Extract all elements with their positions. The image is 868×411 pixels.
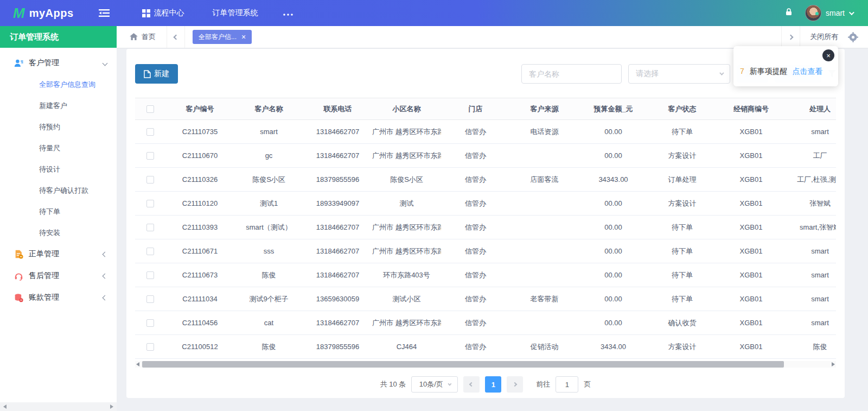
table-cell: C21110670 <box>165 144 234 168</box>
table-cell: CJ464 <box>372 335 441 359</box>
sidebar-menu: 客户管理全部客户信息查询新建客户待预约待量尺待设计待客户确认打款待下单待安装正单… <box>0 48 117 402</box>
close-icon[interactable]: × <box>241 33 246 41</box>
sidebar-item[interactable]: 待量尺 <box>0 137 117 159</box>
table-cell: 13184662707 <box>303 311 372 335</box>
sidebar-item[interactable]: 待客户确认打款 <box>0 180 117 201</box>
table-cell: 确认收货 <box>648 311 717 335</box>
row-checkbox[interactable] <box>146 295 154 303</box>
table-cell: smart <box>786 263 836 287</box>
page-number-1[interactable]: 1 <box>485 376 501 393</box>
pagination: 共 10 条 10条/页 1 前往 页 <box>126 368 845 398</box>
notification-view-link[interactable]: 点击查看 <box>793 67 823 75</box>
sidebar-group-1[interactable]: 正单管理 <box>0 243 117 265</box>
table-cell: 电话资源 <box>510 120 579 144</box>
sidebar-group-3[interactable]: 账款管理 <box>0 287 117 308</box>
scroll-right-icon[interactable] <box>110 404 113 409</box>
table-cell: 信管办 <box>441 168 510 192</box>
close-icon[interactable]: × <box>822 49 834 61</box>
sidebar-item[interactable]: 待预约 <box>0 116 117 137</box>
table-cell <box>510 311 579 335</box>
scroll-left-icon[interactable] <box>136 362 139 366</box>
select-placeholder: 请选择 <box>636 69 659 79</box>
goto-page-input[interactable] <box>556 376 578 393</box>
nav-item-process-center[interactable]: 流程中心 <box>128 0 199 26</box>
table-cell: 00.00 <box>579 263 648 287</box>
table-cell: XGB01 <box>717 239 786 263</box>
column-header: 客户名称 <box>234 98 303 120</box>
table-cell: 信管办 <box>441 239 510 263</box>
row-checkbox[interactable] <box>146 128 154 136</box>
table-cell: C21110393 <box>165 216 234 239</box>
gear-icon[interactable] <box>848 32 868 42</box>
brand-name: myApps <box>29 7 74 20</box>
nav-item-order-system[interactable]: 订单管理系统 <box>199 0 272 26</box>
main-content-card: 新建 请选择 查询 高级查询 客户编号客户名称联系电话小区名称门店客户来源预算金… <box>126 49 845 398</box>
tab-home-label: 首页 <box>142 32 156 42</box>
table-cell: XGB01 <box>717 263 786 287</box>
prev-page-button[interactable] <box>463 376 480 393</box>
table-row: C21110671sss13184662707广州市 越秀区环市东路信管办00.… <box>135 239 836 263</box>
row-checkbox[interactable] <box>146 271 154 279</box>
table-cell: 方案设计 <box>648 335 717 359</box>
table-cell: C21110671 <box>165 239 234 263</box>
sidebar-item[interactable]: 新建客户 <box>0 95 117 116</box>
table-cell: smart <box>234 120 303 144</box>
new-button-label: 新建 <box>154 69 169 79</box>
sidebar-horizontal-scrollbar[interactable] <box>0 402 117 411</box>
row-checkbox[interactable] <box>146 152 154 160</box>
table-cell: 测试1 <box>234 192 303 216</box>
close-all-button[interactable]: 关闭所有 <box>800 26 848 48</box>
select-all-checkbox[interactable] <box>146 105 154 113</box>
user-menu[interactable]: smart <box>805 5 853 21</box>
table-cell: 00.00 <box>579 239 648 263</box>
table-cell: 信管办 <box>441 287 510 311</box>
table-horizontal-scrollbar[interactable] <box>135 361 836 368</box>
scrollbar-thumb[interactable] <box>142 361 784 368</box>
new-button[interactable]: 新建 <box>135 64 178 84</box>
table-cell: 13184662707 <box>303 144 372 168</box>
table-cell: 信管办 <box>441 311 510 335</box>
table-cell: 18933949097 <box>303 192 372 216</box>
column-header: 处理人 <box>786 98 836 120</box>
goto-label: 前往 <box>536 380 550 389</box>
sidebar-item[interactable]: 待设计 <box>0 159 117 180</box>
table-cell: 促销活动 <box>510 335 579 359</box>
row-checkbox[interactable] <box>146 176 154 184</box>
filter-select[interactable]: 请选择 <box>628 64 730 84</box>
sidebar-item[interactable]: 全部客户信息查询 <box>0 74 117 95</box>
sidebar-group-0[interactable]: 客户管理 <box>0 52 117 74</box>
tab-home[interactable]: 首页 <box>117 26 167 48</box>
table-cell: 00.00 <box>579 216 648 239</box>
more-menu-icon[interactable] <box>272 8 304 18</box>
sidebar-group-label: 账款管理 <box>29 293 59 302</box>
lock-icon[interactable] <box>784 8 793 18</box>
app-logo[interactable]: M myApps <box>0 6 88 20</box>
row-checkbox[interactable] <box>146 319 154 327</box>
row-checkbox[interactable] <box>146 200 154 207</box>
sidebar-item[interactable]: 待安装 <box>0 222 117 243</box>
headset-icon <box>14 271 24 281</box>
row-checkbox[interactable] <box>146 343 154 351</box>
sidebar-group-2[interactable]: 售后管理 <box>0 265 117 287</box>
table-cell: sss <box>234 239 303 263</box>
customer-name-input[interactable] <box>521 64 622 84</box>
table-cell: 信管办 <box>441 335 510 359</box>
scroll-right-icon[interactable] <box>832 362 835 366</box>
table-row: C21110673陈俊13184662707环市东路403号信管办00.00待下… <box>135 263 836 287</box>
tab-scroll-left[interactable] <box>167 26 185 48</box>
next-page-button[interactable] <box>507 376 523 393</box>
table-cell: C21110735 <box>165 120 234 144</box>
sidebar-collapse-icon[interactable] <box>99 9 110 17</box>
page-size-select[interactable]: 10条/页 <box>411 376 458 393</box>
table-cell: 信管办 <box>441 216 510 239</box>
sidebar-item[interactable]: 待下单 <box>0 201 117 222</box>
table-cell: 陈俊 <box>234 335 303 359</box>
tab-scroll-right[interactable] <box>781 26 800 48</box>
tab-active-customer-info[interactable]: 全部客户信... × <box>193 30 252 44</box>
scroll-left-icon[interactable] <box>3 404 7 409</box>
row-checkbox[interactable] <box>146 248 154 255</box>
table-cell: 00.00 <box>579 311 648 335</box>
document-icon <box>144 70 151 78</box>
chevron-left-icon <box>103 295 108 300</box>
row-checkbox[interactable] <box>146 224 154 231</box>
